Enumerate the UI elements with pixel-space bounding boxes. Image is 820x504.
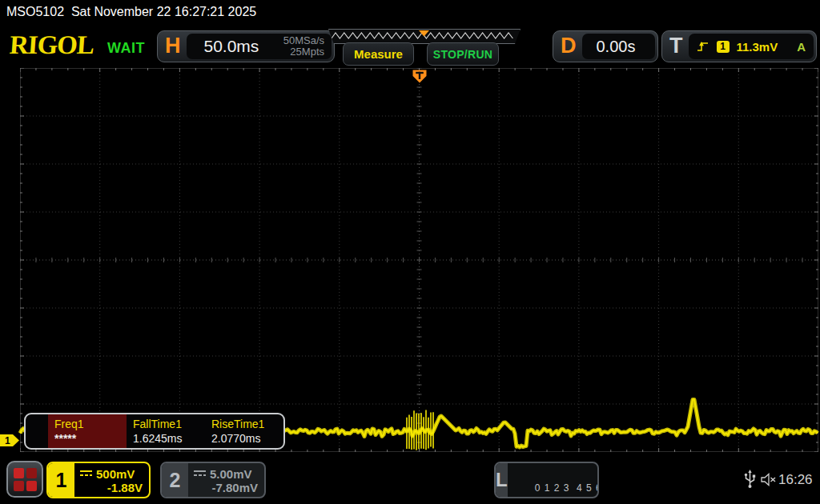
- sample-rate-memory: 50MSa/s 25Mpts: [283, 35, 332, 58]
- volume-muted-icon: [760, 473, 777, 486]
- delay-label: D: [553, 34, 582, 60]
- rising-edge-trigger-icon: [697, 40, 709, 53]
- timebase-value: 50.0ms: [187, 37, 259, 56]
- trigger-block[interactable]: T 1 11.3mV A: [661, 30, 817, 62]
- logic-label: L: [496, 463, 508, 497]
- memory-depth: 25Mpts: [290, 46, 324, 58]
- ch1-ground-marker[interactable]: 1: [0, 434, 19, 446]
- measurement-item-falltime1[interactable]: FallTime1 1.6245ms: [127, 414, 205, 448]
- delay-value: 0.00s: [582, 38, 636, 56]
- trigger-level-value: 11.3mV: [737, 40, 778, 54]
- dc-coupling-icon: [80, 470, 92, 478]
- stop-run-button[interactable]: STOP/RUN: [427, 42, 499, 66]
- graticule: [20, 68, 818, 452]
- channel2-block[interactable]: 2 5.00mV -7.80mV: [160, 462, 266, 498]
- window-title: MSO5102 Sat November 22 16:27:21 2025: [0, 0, 820, 24]
- channel1-scale: 500mV: [96, 467, 135, 481]
- channel2-offset: -7.80mV: [188, 481, 264, 494]
- dc-coupling-icon: [194, 470, 206, 478]
- sample-rate: 50MSa/s: [283, 34, 324, 46]
- channel2-number: 2: [162, 463, 188, 497]
- trigger-label: T: [662, 34, 689, 60]
- logic-channel-numbers: 0 1 2 3 4 5 6 7 8 9 1011 12131415: [508, 463, 599, 497]
- trigger-source-badge: 1: [717, 41, 730, 53]
- channel1-offset: -1.88V: [74, 481, 149, 494]
- measure-button[interactable]: Measure: [343, 42, 414, 66]
- measurement-item-risetime1[interactable]: RiseTime1 2.0770ms: [205, 414, 283, 448]
- usb-icon: [744, 470, 756, 489]
- red-grid-icon: [14, 468, 37, 491]
- oscilloscope-screen: MSO5102 Sat November 22 16:27:21 2025 RI…: [0, 0, 820, 504]
- horizontal-timebase-block[interactable]: H 50.0ms 50MSa/s 25Mpts: [157, 30, 335, 62]
- acquisition-status: WAIT: [107, 40, 145, 57]
- measurement-item-freq1[interactable]: Freq1 *****: [48, 414, 127, 448]
- logic-analyzer-block[interactable]: L 0 1 2 3 4 5 6 7 8 9 1011 12131415: [494, 462, 599, 498]
- channel1-block[interactable]: 1 500mV -1.88V: [46, 462, 151, 498]
- trigger-position-marker[interactable]: [412, 70, 427, 83]
- measurement-overlay: Freq1 ***** FallTime1 1.6245ms RiseTime1…: [24, 413, 285, 450]
- rigol-logo: RIGOL: [9, 30, 95, 60]
- channel1-number: 1: [48, 463, 74, 497]
- channel2-scale: 5.00mV: [210, 467, 252, 481]
- trigger-mode: A: [797, 40, 806, 54]
- display-menu-button[interactable]: [6, 461, 43, 498]
- horizontal-label: H: [158, 34, 187, 60]
- preview-zigzag-icon: [329, 30, 518, 42]
- horizontal-delay-block[interactable]: D 0.00s: [553, 30, 658, 62]
- measurement-spacer: [26, 414, 48, 448]
- clock-text: 16:26: [778, 472, 813, 488]
